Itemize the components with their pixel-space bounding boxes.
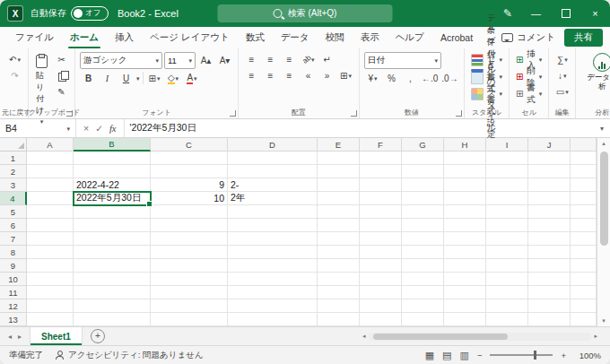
cell-G8[interactable] bbox=[402, 246, 444, 259]
vertical-scroll-track[interactable] bbox=[597, 149, 610, 316]
fill-button[interactable]: ↓▾ bbox=[553, 68, 571, 82]
cell-J12[interactable] bbox=[528, 299, 571, 313]
cell-J2[interactable] bbox=[528, 165, 571, 178]
tab-home[interactable]: ホーム bbox=[62, 27, 107, 48]
cell-D13[interactable] bbox=[228, 313, 318, 326]
cell-J5[interactable] bbox=[528, 205, 571, 219]
cell-J11[interactable] bbox=[528, 286, 571, 299]
cell-I10[interactable] bbox=[486, 273, 528, 286]
font-color-button[interactable]: A▾ bbox=[184, 71, 201, 85]
cut-button[interactable]: ✂ bbox=[53, 52, 70, 66]
cell-C12[interactable] bbox=[151, 299, 228, 313]
cell-A7[interactable] bbox=[27, 232, 74, 246]
horizontal-scroll-thumb[interactable] bbox=[373, 334, 508, 340]
cell-G6[interactable] bbox=[402, 219, 444, 232]
undo-button[interactable]: ↶▾ bbox=[6, 52, 23, 66]
zoom-slider[interactable] bbox=[490, 354, 553, 356]
italic-button[interactable]: I bbox=[99, 71, 116, 85]
cell-D8[interactable] bbox=[228, 246, 318, 259]
search-box[interactable]: 検索 (Alt+Q) bbox=[218, 4, 393, 22]
cell-I12[interactable] bbox=[486, 299, 528, 313]
scroll-left-icon[interactable]: ◂ bbox=[362, 333, 366, 340]
row-header-3[interactable]: 3 bbox=[0, 178, 27, 192]
wrap-text-button[interactable]: ↵ bbox=[318, 52, 336, 66]
cell-I9[interactable] bbox=[486, 259, 528, 273]
tab-acrobat[interactable]: Acrobat bbox=[432, 27, 481, 48]
cell-G3[interactable] bbox=[402, 178, 444, 192]
cell-J13[interactable] bbox=[528, 313, 571, 326]
zoom-slider-knob[interactable] bbox=[534, 351, 536, 360]
cell-G2[interactable] bbox=[402, 165, 444, 178]
column-header-C[interactable]: C bbox=[151, 138, 228, 152]
cell-E8[interactable] bbox=[318, 246, 360, 259]
cell-F3[interactable] bbox=[360, 178, 402, 192]
tab-insert[interactable]: 挿入 bbox=[107, 27, 142, 48]
cell-A13[interactable] bbox=[27, 313, 74, 326]
cell-G1[interactable] bbox=[402, 152, 444, 165]
align-top-button[interactable]: ≡ bbox=[243, 52, 260, 66]
cell-E6[interactable] bbox=[318, 219, 360, 232]
tab-data[interactable]: データ bbox=[273, 27, 318, 48]
column-header-B[interactable]: B bbox=[74, 138, 151, 152]
row-header-6[interactable]: 6 bbox=[0, 219, 27, 232]
share-button[interactable]: 共有 bbox=[564, 29, 603, 47]
decrease-decimal-button[interactable]: .0→ bbox=[440, 71, 458, 85]
cell-B2[interactable] bbox=[74, 165, 151, 178]
zoom-out-button[interactable]: − bbox=[477, 351, 483, 360]
cell-E5[interactable] bbox=[318, 205, 360, 219]
cell-H6[interactable] bbox=[444, 219, 486, 232]
data-analysis-button[interactable]: データ分析 bbox=[580, 52, 610, 92]
row-header-8[interactable]: 8 bbox=[0, 246, 27, 259]
cell-D10[interactable] bbox=[228, 273, 318, 286]
cell-I8[interactable] bbox=[486, 246, 528, 259]
cell-D12[interactable] bbox=[228, 299, 318, 313]
cell-D4[interactable]: 2年 bbox=[228, 192, 318, 205]
cell-F7[interactable] bbox=[360, 232, 402, 246]
clear-button[interactable]: ▭▾ bbox=[553, 84, 571, 99]
cell-D9[interactable] bbox=[228, 259, 318, 273]
cancel-entry-button[interactable]: × bbox=[83, 123, 89, 134]
cell-C2[interactable] bbox=[151, 165, 228, 178]
scroll-right-icon[interactable]: ▸ bbox=[594, 333, 597, 340]
cell-F5[interactable] bbox=[360, 205, 402, 219]
row-header-1[interactable]: 1 bbox=[0, 152, 27, 165]
tab-view[interactable]: 表示 bbox=[353, 27, 388, 48]
cell-F1[interactable] bbox=[360, 152, 402, 165]
align-bottom-button[interactable]: ≡ bbox=[281, 52, 298, 66]
bold-button[interactable]: B bbox=[80, 71, 97, 85]
align-left-button[interactable]: ≡ bbox=[243, 68, 260, 82]
cell-A3[interactable] bbox=[27, 178, 74, 192]
cell-D6[interactable] bbox=[228, 219, 318, 232]
cell-I3[interactable] bbox=[486, 178, 528, 192]
shrink-font-button[interactable]: A▾ bbox=[216, 54, 233, 68]
column-header-A[interactable]: A bbox=[27, 138, 74, 152]
row-header-7[interactable]: 7 bbox=[0, 232, 27, 246]
cell-H12[interactable] bbox=[444, 299, 486, 313]
cell-C3[interactable]: 9 bbox=[151, 178, 228, 192]
close-button[interactable]: × bbox=[580, 0, 610, 27]
cell-B13[interactable] bbox=[74, 313, 151, 326]
new-sheet-button[interactable]: + bbox=[91, 329, 105, 343]
cell-H3[interactable] bbox=[444, 178, 486, 192]
format-painter-button[interactable]: ✎ bbox=[53, 84, 70, 99]
cell-I11[interactable] bbox=[486, 286, 528, 299]
cell-G7[interactable] bbox=[402, 232, 444, 246]
zoom-level[interactable]: 100% bbox=[574, 351, 601, 360]
cell-H11[interactable] bbox=[444, 286, 486, 299]
cell-F4[interactable] bbox=[360, 192, 402, 205]
column-header-D[interactable]: D bbox=[228, 138, 318, 152]
cell-A4[interactable] bbox=[27, 192, 74, 205]
cell-C8[interactable] bbox=[151, 246, 228, 259]
cell-B5[interactable] bbox=[74, 205, 151, 219]
number-format-combo[interactable]: 日付 ▾ bbox=[364, 52, 441, 69]
cell-C7[interactable] bbox=[151, 232, 228, 246]
tab-formulas[interactable]: 数式 bbox=[238, 27, 273, 48]
cell-H5[interactable] bbox=[444, 205, 486, 219]
cell-E3[interactable] bbox=[318, 178, 360, 192]
cell-G4[interactable] bbox=[402, 192, 444, 205]
cell-C11[interactable] bbox=[151, 286, 228, 299]
cell-H4[interactable] bbox=[444, 192, 486, 205]
sheet-tab-sheet1[interactable]: Sheet1 bbox=[30, 327, 83, 345]
cell-I4[interactable] bbox=[486, 192, 528, 205]
cell-B8[interactable] bbox=[74, 246, 151, 259]
